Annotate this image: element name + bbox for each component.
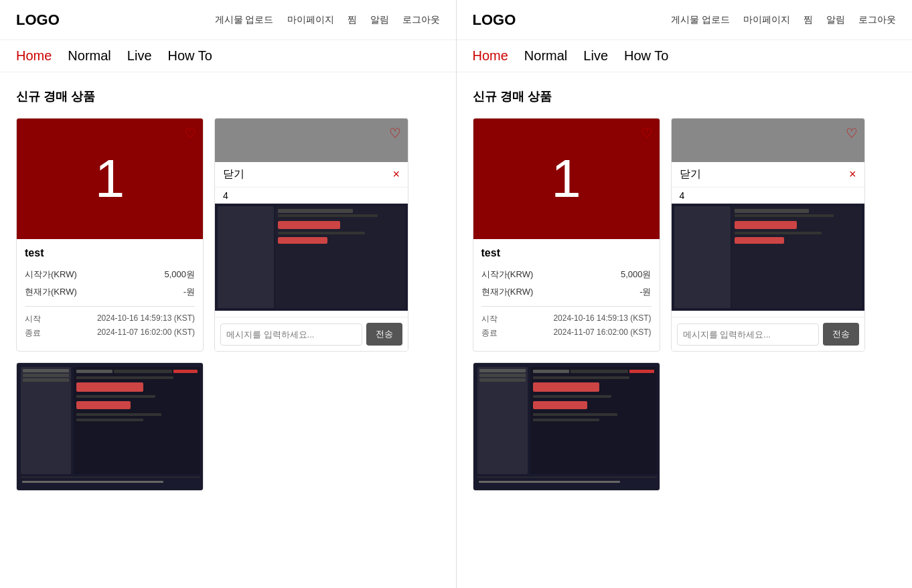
start-price-value-left: 5,000원: [164, 269, 195, 281]
chat-number-right: 4: [672, 188, 864, 204]
card-start-date-right: 시작 2024-10-16 14:59:13 (KST): [481, 312, 652, 326]
chat-send-btn-left[interactable]: 전송: [366, 323, 402, 346]
end-date-value-right: 2024-11-07 16:02:00 (KST): [553, 327, 651, 339]
chat-number-left: 4: [215, 188, 408, 204]
card-image-1-left: 1 ♡: [17, 119, 203, 239]
card-number-1-left: 1: [95, 148, 125, 210]
tab-live-left[interactable]: Live: [127, 48, 152, 64]
tab-howto-right[interactable]: How To: [624, 48, 668, 64]
tab-home-left[interactable]: Home: [16, 48, 52, 64]
panel-left: LOGO 게시물 업로드 마이페이지 찜 알림 로그아웃 Home Normal…: [0, 0, 456, 588]
chat-thumbnail-left: [215, 204, 408, 311]
chat-input-left[interactable]: [220, 323, 362, 346]
card-image-2-left: ♡: [215, 119, 408, 162]
nav-mypage-right[interactable]: 마이페이지: [743, 14, 790, 26]
start-date-value-left: 2024-10-16 14:59:13 (KST): [97, 313, 195, 325]
heart-icon-1-right[interactable]: ♡: [641, 125, 653, 141]
cards-grid-2-left: ♡: [16, 362, 440, 491]
cards-grid-left: 1 ♡ test 시작가(KRW) 5,000원 현재가(KRW) -원: [16, 118, 440, 352]
chat-close-btn-right[interactable]: ×: [849, 167, 856, 181]
card-current-price-right: 현재가(KRW) -원: [481, 283, 652, 301]
chat-header-left: 닫기 ×: [215, 162, 408, 188]
card-screenshot-bottom-left: ♡: [17, 363, 204, 490]
section-title-right: 신규 경매 상품: [473, 88, 897, 104]
chat-header-right: 닫기 ×: [672, 162, 864, 188]
current-price-label-right: 현재가(KRW): [481, 286, 534, 298]
current-price-value-left: -원: [183, 286, 195, 298]
card-image-2-right: ♡: [672, 119, 864, 162]
heart-icon-2-left[interactable]: ♡: [389, 125, 401, 141]
chat-close-btn-left[interactable]: ×: [392, 167, 400, 181]
end-label-right: 종료: [481, 327, 502, 339]
nav-tabs-right: Home Normal Live How To: [457, 40, 913, 72]
end-label-left: 종료: [25, 327, 45, 339]
current-price-label-left: 현재가(KRW): [25, 286, 77, 298]
header-nav-right: 게시물 업로드 마이페이지 찜 알림 로그아웃: [671, 14, 896, 26]
nav-wishlist-left[interactable]: 찜: [348, 14, 357, 26]
card-title-1-right: test: [481, 247, 652, 259]
chat-input-right[interactable]: [677, 323, 819, 346]
panel-right: LOGO 게시물 업로드 마이페이지 찜 알림 로그아웃 Home Normal…: [457, 0, 913, 588]
auction-card-1-right[interactable]: 1 ♡ test 시작가(KRW) 5,000원 현재가(KRW) -원: [473, 118, 660, 352]
auction-card-2-left[interactable]: ♡ 닫기 × 4: [214, 118, 408, 352]
tab-home-right[interactable]: Home: [473, 48, 508, 64]
header-nav-left: 게시물 업로드 마이페이지 찜 알림 로그아웃: [215, 14, 440, 26]
main-content-right: 신규 경매 상품 1 ♡ test 시작가(KRW) 5,000원 현재가(KR…: [457, 72, 913, 507]
chat-close-label-left: 닫기: [223, 167, 244, 181]
chat-close-label-right: 닫기: [680, 167, 701, 181]
start-date-value-right: 2024-10-16 14:59:13 (KST): [553, 313, 651, 325]
heart-icon-2-right[interactable]: ♡: [846, 125, 858, 141]
card-body-1-left: test 시작가(KRW) 5,000원 현재가(KRW) -원 시작 2024…: [17, 239, 203, 348]
cards-grid-2-right: ♡: [473, 362, 897, 491]
start-label-right: 시작: [481, 313, 502, 325]
auction-card-2-right[interactable]: ♡ 닫기 × 4: [671, 118, 865, 352]
card-body-1-right: test 시작가(KRW) 5,000원 현재가(KRW) -원 시작 2024…: [473, 239, 660, 348]
heart-icon-1-left[interactable]: ♡: [184, 125, 196, 141]
nav-tabs-left: Home Normal Live How To: [0, 40, 456, 72]
nav-alarm-right[interactable]: 알림: [826, 14, 845, 26]
card-screenshot-bottom-right: ♡: [473, 363, 660, 490]
card-divider-left: [25, 306, 195, 307]
chat-thumbnail-right: [672, 204, 864, 311]
card-start-price-left: 시작가(KRW) 5,000원: [25, 266, 195, 283]
logo-left: LOGO: [16, 11, 60, 29]
start-price-label-left: 시작가(KRW): [25, 269, 77, 281]
card-end-date-left: 종료 2024-11-07 16:02:00 (KST): [25, 326, 195, 340]
current-price-value-right: -원: [639, 286, 651, 298]
card-divider-right: [481, 306, 652, 307]
nav-wishlist-right[interactable]: 찜: [804, 14, 813, 26]
card-start-date-left: 시작 2024-10-16 14:59:13 (KST): [25, 312, 195, 326]
tab-normal-right[interactable]: Normal: [524, 48, 567, 64]
tab-normal-left[interactable]: Normal: [68, 48, 110, 64]
card-number-1-right: 1: [551, 148, 581, 210]
end-date-value-left: 2024-11-07 16:02:00 (KST): [97, 327, 195, 339]
card-image-1-right: 1 ♡: [473, 119, 660, 239]
start-price-value-right: 5,000원: [621, 269, 652, 281]
nav-logout-right[interactable]: 로그아웃: [858, 14, 896, 26]
logo-right: LOGO: [473, 11, 516, 29]
chat-send-btn-right[interactable]: 전송: [823, 323, 859, 346]
main-content-left: 신규 경매 상품 1 ♡ test 시작가(KRW) 5,000원 현재가(KR…: [0, 72, 456, 507]
card-current-price-left: 현재가(KRW) -원: [25, 283, 195, 301]
auction-card-1-left[interactable]: 1 ♡ test 시작가(KRW) 5,000원 현재가(KRW) -원: [16, 118, 204, 352]
nav-upload-left[interactable]: 게시물 업로드: [215, 14, 274, 26]
auction-card-3-right[interactable]: ♡: [473, 362, 660, 491]
tab-live-right[interactable]: Live: [583, 48, 608, 64]
chat-input-row-right: 전송: [672, 317, 864, 351]
nav-logout-left[interactable]: 로그아웃: [402, 14, 440, 26]
start-label-left: 시작: [25, 313, 45, 325]
nav-mypage-left[interactable]: 마이페이지: [287, 14, 334, 26]
nav-upload-right[interactable]: 게시물 업로드: [671, 14, 730, 26]
card-start-price-right: 시작가(KRW) 5,000원: [481, 266, 652, 283]
start-price-label-right: 시작가(KRW): [481, 269, 534, 281]
cards-grid-right: 1 ♡ test 시작가(KRW) 5,000원 현재가(KRW) -원: [473, 118, 897, 352]
section-title-left: 신규 경매 상품: [16, 88, 440, 104]
card-title-1-left: test: [25, 247, 195, 259]
header-left: LOGO 게시물 업로드 마이페이지 찜 알림 로그아웃: [0, 0, 456, 40]
tab-howto-left[interactable]: How To: [168, 48, 212, 64]
chat-input-row-left: 전송: [215, 317, 408, 351]
nav-alarm-left[interactable]: 알림: [370, 14, 389, 26]
header-right: LOGO 게시물 업로드 마이페이지 찜 알림 로그아웃: [457, 0, 913, 40]
auction-card-3-left[interactable]: ♡: [16, 362, 204, 491]
card-end-date-right: 종료 2024-11-07 16:02:00 (KST): [481, 326, 652, 340]
